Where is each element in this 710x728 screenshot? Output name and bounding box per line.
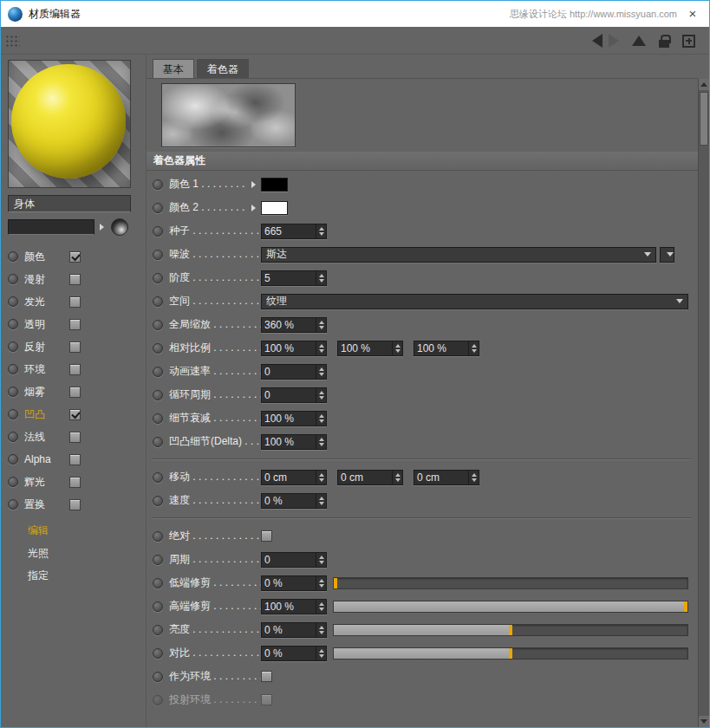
channel-label[interactable]: 发光	[24, 295, 69, 309]
spinner-stepper[interactable]	[316, 271, 326, 285]
keyframe-circle[interactable]	[153, 531, 163, 542]
property-checkbox[interactable]	[261, 530, 272, 542]
channel-label[interactable]: 颜色	[24, 250, 69, 264]
spinner-stepper[interactable]	[316, 318, 326, 332]
spinner-stepper[interactable]	[316, 471, 326, 484]
channel-label[interactable]: 反射	[24, 340, 69, 354]
spinner-stepper[interactable]	[316, 412, 326, 426]
keyframe-circle[interactable]	[8, 477, 18, 487]
material-name-field[interactable]	[8, 195, 131, 212]
keyframe-circle[interactable]	[8, 251, 18, 262]
keyframe-circle[interactable]	[153, 672, 163, 682]
keyframe-circle[interactable]	[8, 341, 18, 352]
keyframe-circle[interactable]	[153, 296, 163, 307]
back-icon[interactable]	[592, 34, 603, 48]
property-checkbox[interactable]	[261, 671, 272, 682]
dropdown-space[interactable]: 纹理	[261, 294, 688, 309]
slider-track[interactable]	[333, 624, 688, 636]
keyframe-circle[interactable]	[153, 695, 163, 705]
value-spinner[interactable]: 0 %	[261, 575, 327, 591]
keyframe-circle[interactable]	[153, 601, 163, 612]
keyframe-circle[interactable]	[153, 437, 163, 447]
channel-label[interactable]: 凹凸	[24, 407, 69, 422]
texture-popup-arrow-icon[interactable]	[100, 224, 104, 231]
channel-label[interactable]: 烟雾	[24, 385, 69, 400]
value-spinner[interactable]: 100 %	[261, 341, 327, 356]
channel-checkbox[interactable]	[69, 296, 81, 308]
channel-checkbox[interactable]	[69, 341, 81, 353]
expand-arrow-icon[interactable]	[251, 205, 256, 211]
lock-icon[interactable]	[659, 40, 669, 48]
keyframe-circle[interactable]	[8, 454, 18, 465]
channel-checkbox[interactable]	[69, 364, 81, 375]
preset-menu-button[interactable]	[660, 247, 674, 263]
keyframe-circle[interactable]	[153, 413, 163, 424]
scroll-up-button[interactable]	[699, 79, 709, 90]
keyframe-circle[interactable]	[153, 625, 163, 635]
slider-handle[interactable]	[684, 601, 687, 612]
keyframe-circle[interactable]	[153, 343, 163, 354]
spinner-stepper[interactable]	[316, 623, 326, 637]
value-spinner[interactable]: 0 cm	[414, 470, 479, 485]
keyframe-circle[interactable]	[153, 390, 163, 400]
value-spinner[interactable]: 0 %	[261, 622, 327, 638]
channel-checkbox[interactable]	[69, 499, 81, 510]
channel-checkbox[interactable]	[69, 274, 81, 285]
spinner-stepper[interactable]	[468, 341, 479, 355]
slider-track[interactable]	[333, 577, 688, 589]
add-icon[interactable]	[682, 35, 695, 48]
spinner-stepper[interactable]	[316, 553, 326, 567]
keyframe-circle[interactable]	[153, 472, 163, 483]
forward-icon[interactable]	[609, 34, 619, 48]
scrollbar[interactable]	[698, 79, 709, 727]
color-swatch[interactable]	[261, 201, 288, 215]
channel-checkbox[interactable]	[69, 387, 81, 398]
value-spinner[interactable]: 0 cm	[261, 470, 327, 485]
slider-handle[interactable]	[509, 648, 512, 659]
spinner-stepper[interactable]	[392, 471, 402, 484]
value-spinner[interactable]: 100 %	[337, 341, 403, 356]
keyframe-circle[interactable]	[8, 364, 18, 374]
value-spinner[interactable]: 0	[261, 552, 327, 568]
channel-checkbox[interactable]	[69, 432, 81, 443]
property-checkbox[interactable]	[261, 694, 272, 705]
channel-label[interactable]: 漫射	[24, 272, 69, 287]
color-swatch[interactable]	[261, 178, 288, 192]
close-button[interactable]: ×	[683, 1, 702, 27]
up-icon[interactable]	[632, 36, 646, 46]
spinner-stepper[interactable]	[316, 576, 326, 590]
channel-label[interactable]: Alpha	[24, 453, 69, 465]
channel-label[interactable]: 透明	[24, 317, 69, 332]
channel-checkbox[interactable]	[69, 251, 81, 263]
channel-label[interactable]: 辉光	[24, 475, 69, 490]
scrollbar-thumb[interactable]	[700, 92, 708, 146]
slider-handle[interactable]	[509, 625, 512, 635]
noise-preview[interactable]	[161, 83, 296, 147]
spinner-stepper[interactable]	[316, 647, 326, 660]
channel-label[interactable]: 法线	[24, 430, 69, 445]
value-spinner[interactable]: 0	[261, 364, 327, 380]
value-spinner[interactable]: 360 %	[261, 317, 327, 333]
page-assign[interactable]: 指定	[1, 564, 147, 587]
slider-track[interactable]	[333, 601, 688, 613]
spinner-stepper[interactable]	[316, 365, 326, 379]
spinner-stepper[interactable]	[316, 494, 326, 508]
tab-shader[interactable]: 着色器	[197, 59, 249, 78]
dropdown-noise[interactable]: 斯达	[261, 247, 656, 263]
page-illumination[interactable]: 光照	[1, 542, 147, 564]
keyframe-circle[interactable]	[153, 226, 163, 237]
channel-checkbox[interactable]	[69, 477, 81, 488]
keyframe-circle[interactable]	[8, 274, 18, 284]
value-spinner[interactable]: 100 %	[261, 599, 327, 614]
drag-grip[interactable]	[5, 35, 20, 47]
slider-handle[interactable]	[334, 578, 337, 588]
spinner-stepper[interactable]	[316, 341, 326, 355]
expand-arrow-icon[interactable]	[251, 181, 256, 188]
keyframe-circle[interactable]	[153, 320, 163, 330]
page-edit[interactable]: 编辑	[1, 519, 147, 542]
keyframe-circle[interactable]	[153, 250, 163, 260]
tab-basic[interactable]: 基本	[153, 59, 194, 78]
spinner-stepper[interactable]	[392, 341, 402, 355]
channel-label[interactable]: 环境	[24, 362, 69, 377]
material-preview[interactable]	[8, 60, 131, 188]
